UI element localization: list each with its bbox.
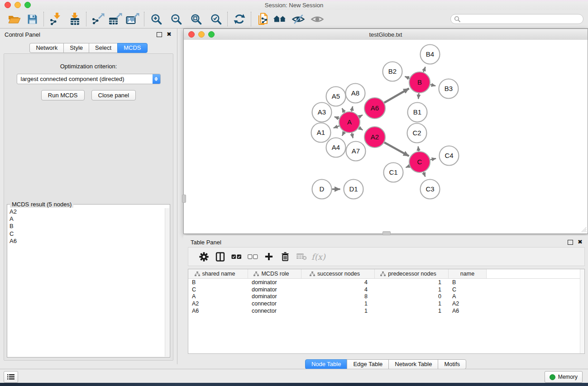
graph-node-B3[interactable]: B3 (439, 79, 459, 99)
table-row[interactable]: A6connector11A6 (188, 307, 584, 315)
graph-edge-B-B1[interactable] (418, 93, 419, 99)
graph-node-A5[interactable]: A5 (326, 87, 346, 106)
result-item[interactable]: B (8, 223, 165, 230)
table-settings-gear-icon[interactable] (196, 249, 212, 264)
result-item[interactable]: A2 (8, 208, 165, 215)
graph-node-B2[interactable]: B2 (383, 62, 402, 81)
export-image-icon[interactable] (125, 12, 140, 26)
tab-network[interactable]: Network (29, 43, 64, 53)
graph-edge-A-A6[interactable] (359, 115, 363, 117)
graph-node-A3[interactable]: A3 (312, 103, 332, 122)
column-header-predecessor-nodes[interactable]: predecessor nodes (375, 269, 449, 278)
graph-node-C4[interactable]: C4 (440, 146, 459, 166)
graph-node-B[interactable]: B (409, 72, 430, 93)
zoom-in-icon[interactable] (148, 12, 164, 26)
table-row[interactable]: Adominator80A (188, 293, 584, 300)
graph-edge-B-B3[interactable] (430, 85, 435, 86)
select-all-icon[interactable] (228, 249, 244, 264)
memory-button[interactable]: Memory (545, 371, 583, 383)
open-file-icon[interactable] (6, 12, 22, 26)
table-scrollbar[interactable] (580, 269, 584, 353)
column-header-successor-nodes[interactable]: successor nodes (301, 269, 375, 278)
graph-node-A7[interactable]: A7 (346, 142, 366, 161)
graph-edge-A-A3[interactable] (335, 117, 339, 119)
tab-network-table[interactable]: Network Table (388, 359, 438, 369)
graph-edge-A-A2[interactable] (359, 128, 363, 130)
tab-mcds[interactable]: MCDS (117, 43, 147, 53)
export-network-icon[interactable] (91, 12, 106, 26)
show-panels-menu-button[interactable] (4, 371, 18, 383)
result-scrollbar[interactable] (165, 208, 169, 357)
table-row[interactable]: Cdominator41C (188, 286, 584, 293)
result-item[interactable]: A (8, 215, 165, 223)
graph-edge-A2-C[interactable] (384, 143, 409, 156)
float-panel-icon[interactable] (157, 32, 162, 37)
graph-edge-A-A8[interactable] (352, 106, 353, 112)
import-table-icon[interactable] (67, 12, 82, 26)
float-table-panel-icon[interactable] (568, 240, 573, 245)
first-neighbors-icon[interactable] (272, 12, 288, 26)
search-input[interactable] (463, 14, 583, 24)
run-mcds-button[interactable]: Run MCDS (41, 90, 85, 100)
resize-grip-icon[interactable] (580, 226, 587, 233)
criterion-select[interactable]: largest connected component (directed) (17, 74, 161, 84)
tab-select[interactable]: Select (89, 43, 118, 53)
graph-node-A8[interactable]: A8 (346, 84, 365, 103)
tab-motifs[interactable]: Motifs (438, 359, 466, 369)
graph-node-A[interactable]: A (339, 112, 360, 133)
graph-node-A6[interactable]: A6 (364, 98, 385, 119)
show-columns-icon[interactable] (212, 249, 228, 264)
deselect-all-icon[interactable] (244, 249, 261, 264)
graph-node-A1[interactable]: A1 (311, 123, 331, 143)
result-item[interactable]: C (8, 230, 165, 238)
save-session-icon[interactable] (24, 12, 40, 26)
graph-node-C[interactable]: C (409, 152, 430, 172)
graph-edge-A-A5[interactable] (342, 108, 344, 113)
close-panel-button[interactable]: Close panel (91, 90, 136, 100)
import-network-icon[interactable] (48, 12, 63, 26)
close-panel-icon[interactable]: ✖ (167, 32, 172, 37)
graph-edge-C-C1[interactable] (406, 166, 409, 167)
network-canvas[interactable]: B4B2BB3A8A5A6A3B1AA1C2A2A4A7C4CC1C3DD1 (184, 40, 588, 234)
graph-edge-A-A7[interactable] (352, 133, 353, 138)
graph-edge-A-A1[interactable] (334, 126, 339, 128)
zoom-out-icon[interactable] (168, 12, 184, 26)
graph-node-A2[interactable]: A2 (364, 127, 385, 148)
close-table-panel-icon[interactable]: ✖ (578, 240, 583, 244)
tab-edge-table[interactable]: Edge Table (347, 359, 389, 369)
graph-edge-A6-B[interactable] (384, 89, 409, 103)
graph-edge-B-B2[interactable] (405, 76, 409, 78)
graph-edge-B-B4[interactable] (423, 67, 425, 72)
search-box[interactable] (450, 14, 583, 24)
graph-node-C3[interactable]: C3 (421, 180, 440, 199)
table-row[interactable]: Bdominator41B (188, 279, 584, 286)
column-header-shared-name[interactable]: shared name (188, 269, 248, 278)
table-row[interactable]: A2connector11A2 (188, 300, 584, 307)
graph-node-C1[interactable]: C1 (384, 163, 403, 182)
result-item[interactable]: A6 (8, 238, 165, 245)
column-header-name[interactable]: name (449, 269, 487, 278)
new-network-from-selection-icon[interactable] (255, 12, 271, 26)
delete-column-trash-icon[interactable] (277, 249, 293, 264)
graph-node-B1[interactable]: B1 (408, 103, 427, 122)
hide-selection-icon[interactable] (291, 12, 306, 26)
graph-node-D[interactable]: D (312, 180, 332, 199)
graph-node-C2[interactable]: C2 (407, 124, 427, 143)
zoom-fit-icon[interactable] (188, 12, 204, 26)
network-window-titlebar[interactable]: testGlobe.txt (184, 29, 588, 40)
graph-node-D1[interactable]: D1 (344, 180, 363, 199)
graph-node-A4[interactable]: A4 (326, 138, 346, 157)
graph-node-B4[interactable]: B4 (421, 45, 440, 64)
tab-style[interactable]: Style (63, 43, 89, 53)
panel-splitter-handle[interactable] (382, 231, 391, 235)
refresh-view-icon[interactable] (232, 12, 247, 26)
tab-node-table[interactable]: Node Table (305, 359, 348, 369)
panel-splitter-handle[interactable] (182, 195, 186, 203)
graph-edge-C-C3[interactable] (424, 172, 425, 176)
zoom-selected-icon[interactable] (208, 12, 224, 26)
column-header-mcds-role[interactable]: MCDS role (248, 269, 301, 278)
show-all-icon[interactable] (310, 12, 325, 26)
add-column-icon[interactable] (261, 249, 277, 264)
export-table-icon[interactable] (108, 12, 123, 26)
graph-edge-C-C4[interactable] (430, 158, 436, 160)
